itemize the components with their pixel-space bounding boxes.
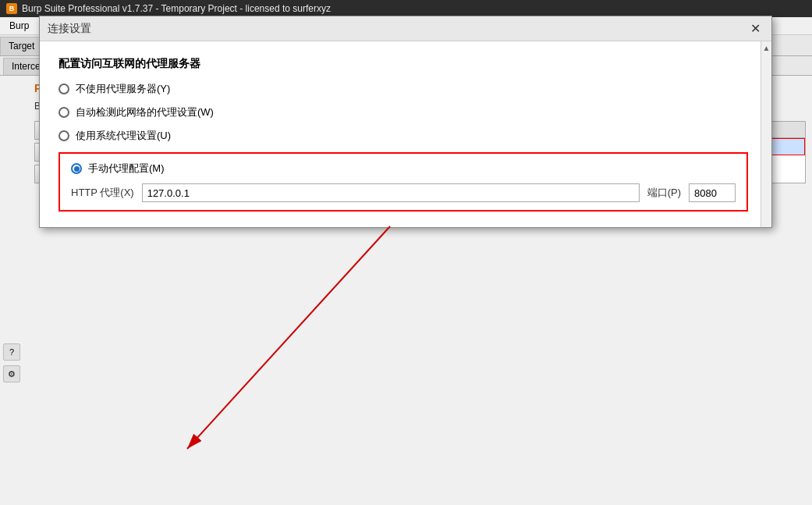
manual-config-label: 手动代理配置(M) — [88, 162, 165, 176]
radio-system-proxy-circle[interactable] — [59, 130, 69, 141]
radio-manual-circle[interactable] — [71, 163, 82, 174]
burp-logo-icon: B — [6, 3, 17, 14]
radio-manual-dot — [74, 166, 80, 172]
port-label: 端口(P) — [647, 186, 681, 200]
radio-auto-detect-circle[interactable] — [59, 107, 69, 118]
http-proxy-input[interactable] — [142, 183, 640, 202]
radio-auto-detect[interactable]: 自动检测此网络的代理设置(W) — [59, 105, 748, 119]
dialog-title: 连接设置 — [48, 22, 91, 36]
radio-system-proxy[interactable]: 使用系统代理设置(U) — [59, 129, 748, 143]
manual-config-box: 手动代理配置(M) HTTP 代理(X) 端口(P) — [59, 152, 748, 212]
port-input[interactable] — [689, 183, 736, 202]
burp-title: Burp Suite Professional v1.7.37 - Tempor… — [22, 3, 331, 14]
dialog-content-wrapper: 配置访问互联网的代理服务器 不使用代理服务器(Y) 自动检测此网络的代理设置(W… — [40, 41, 771, 227]
radio-no-proxy-label: 不使用代理服务器(Y) — [76, 82, 170, 96]
dialog-close-button[interactable]: ✕ — [747, 21, 764, 36]
radio-auto-detect-label: 自动检测此网络的代理设置(W) — [76, 105, 214, 119]
radio-no-proxy[interactable]: 不使用代理服务器(Y) — [59, 82, 748, 96]
scrollbar-up-arrow[interactable]: ▲ — [761, 41, 773, 55]
menu-burp[interactable]: Burp — [3, 19, 35, 33]
connection-settings-dialog: 连接设置 ✕ 配置访问互联网的代理服务器 不使用代理服务器(Y) 自动检测此网络… — [39, 16, 772, 228]
side-icons-panel: ? ⚙ — [3, 343, 20, 382]
burp-titlebar: B Burp Suite Professional v1.7.37 - Temp… — [0, 0, 812, 17]
dialog-body: 配置访问互联网的代理服务器 不使用代理服务器(Y) 自动检测此网络的代理设置(W… — [40, 41, 771, 227]
dialog-scrollbar[interactable]: ▲ — [761, 41, 771, 227]
radio-no-proxy-circle[interactable] — [59, 84, 69, 94]
manual-config-title-row: 手动代理配置(M) — [71, 162, 736, 176]
tab-target[interactable]: Target — [0, 37, 43, 55]
dialog-titlebar: 连接设置 ✕ — [40, 16, 771, 41]
gear-icon[interactable]: ⚙ — [3, 365, 20, 382]
radio-system-proxy-label: 使用系统代理设置(U) — [76, 129, 171, 143]
http-proxy-row: HTTP 代理(X) 端口(P) — [71, 183, 736, 202]
dialog-section-title: 配置访问互联网的代理服务器 — [59, 57, 748, 71]
help-icon[interactable]: ? — [3, 343, 20, 361]
http-proxy-label: HTTP 代理(X) — [71, 186, 134, 200]
